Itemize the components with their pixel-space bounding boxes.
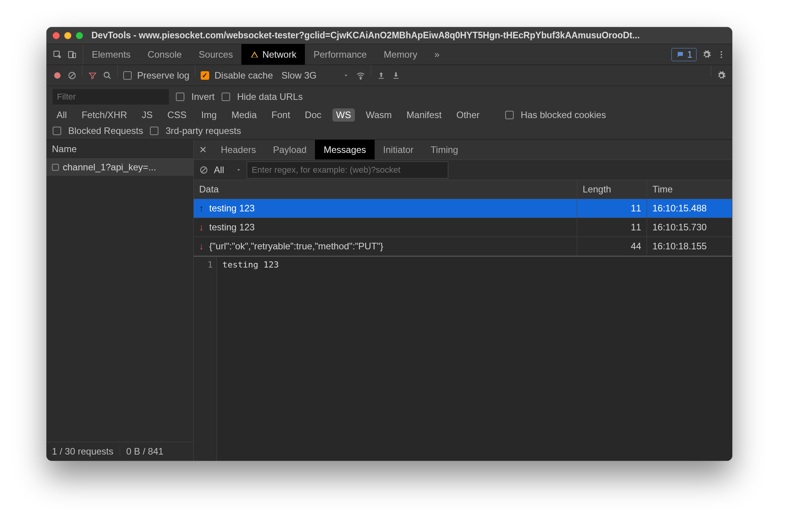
subtab-payload[interactable]: Payload bbox=[265, 140, 315, 160]
search-icon[interactable] bbox=[103, 71, 112, 80]
svg-point-11 bbox=[360, 78, 361, 79]
request-list-footer: 1 / 30 requests 0 B / 841 bbox=[46, 442, 193, 461]
close-window-button[interactable] bbox=[53, 32, 60, 39]
col-data[interactable]: Data bbox=[194, 180, 577, 199]
network-toolbar: Preserve log Disable cache Slow 3G bbox=[46, 65, 732, 86]
more-tabs-button[interactable]: » bbox=[426, 44, 448, 65]
chevron-right-double-icon: » bbox=[434, 49, 439, 60]
close-detail-button[interactable]: ✕ bbox=[194, 140, 212, 160]
disable-cache-label: Disable cache bbox=[215, 70, 273, 81]
subtab-headers[interactable]: Headers bbox=[212, 140, 265, 160]
gear-icon[interactable] bbox=[702, 50, 711, 59]
tab-network[interactable]: Network bbox=[241, 44, 305, 65]
messages-toolbar: All bbox=[194, 160, 732, 180]
minimize-window-button[interactable] bbox=[64, 32, 71, 39]
blocked-requests-checkbox[interactable] bbox=[53, 127, 61, 135]
inspect-element-icon[interactable] bbox=[53, 50, 62, 59]
footer-requests: 1 / 30 requests bbox=[52, 446, 114, 457]
footer-transfer: 0 B / 841 bbox=[126, 446, 163, 457]
line-number: 1 bbox=[194, 257, 217, 461]
main-tabbar: Elements Console Sources Network Perform… bbox=[46, 44, 732, 65]
window-title: DevTools - www.piesocket.com/websocket-t… bbox=[91, 30, 726, 41]
disable-cache-checkbox[interactable] bbox=[201, 71, 209, 80]
svg-point-6 bbox=[721, 54, 722, 55]
throttling-select[interactable]: Slow 3G bbox=[281, 70, 317, 81]
tab-performance[interactable]: Performance bbox=[305, 44, 375, 65]
filter-toggle-icon[interactable] bbox=[88, 71, 97, 80]
device-toolbar-icon[interactable] bbox=[67, 50, 77, 59]
download-har-icon[interactable] bbox=[391, 71, 401, 80]
request-list-header: Name bbox=[46, 140, 193, 159]
request-list: Name channel_1?api_key=... 1 / 30 reques… bbox=[46, 140, 194, 461]
type-wasm[interactable]: Wasm bbox=[362, 108, 396, 122]
detail-panel: ✕ Headers Payload Messages Initiator Tim… bbox=[194, 140, 732, 461]
tab-sources[interactable]: Sources bbox=[190, 44, 241, 65]
devtools-window: DevTools - www.piesocket.com/websocket-t… bbox=[46, 27, 732, 461]
request-row[interactable]: channel_1?api_key=... bbox=[46, 159, 193, 176]
type-media[interactable]: Media bbox=[227, 108, 260, 122]
upload-har-icon[interactable] bbox=[377, 71, 386, 80]
filter-bar: Invert Hide data URLs All Fetch/XHR JS C… bbox=[46, 86, 732, 140]
type-css[interactable]: CSS bbox=[163, 108, 190, 122]
type-ws[interactable]: WS bbox=[332, 108, 355, 122]
type-doc[interactable]: Doc bbox=[301, 108, 325, 122]
titlebar: DevTools - www.piesocket.com/websocket-t… bbox=[46, 27, 732, 44]
kebab-menu-icon[interactable] bbox=[717, 50, 726, 59]
messages-filter-dropdown[interactable]: All bbox=[213, 163, 242, 177]
has-blocked-cookies-checkbox[interactable] bbox=[505, 111, 514, 119]
clear-messages-button[interactable] bbox=[199, 165, 208, 175]
hide-data-urls-label: Hide data URLs bbox=[237, 91, 303, 102]
request-row-checkbox[interactable] bbox=[52, 164, 59, 171]
issues-badge[interactable]: 1 bbox=[671, 48, 697, 61]
svg-point-10 bbox=[104, 72, 109, 77]
invert-checkbox[interactable] bbox=[176, 93, 184, 101]
tab-memory[interactable]: Memory bbox=[375, 44, 426, 65]
record-button[interactable] bbox=[53, 71, 62, 80]
col-time[interactable]: Time bbox=[647, 180, 732, 199]
preserve-log-checkbox[interactable] bbox=[123, 71, 132, 80]
tab-console[interactable]: Console bbox=[139, 44, 190, 65]
warning-icon bbox=[250, 50, 259, 59]
arrow-up-icon: ↑ bbox=[199, 203, 206, 214]
clear-button[interactable] bbox=[67, 71, 77, 80]
type-manifest[interactable]: Manifest bbox=[403, 108, 446, 122]
gear-icon[interactable] bbox=[717, 71, 726, 80]
svg-point-7 bbox=[721, 57, 722, 58]
messages-regex-input[interactable] bbox=[247, 161, 448, 178]
svg-rect-4 bbox=[254, 56, 255, 57]
type-js[interactable]: JS bbox=[138, 108, 157, 122]
chevron-down-icon[interactable] bbox=[341, 71, 351, 80]
type-img[interactable]: Img bbox=[197, 108, 220, 122]
chat-icon bbox=[676, 50, 685, 59]
content-area: Name channel_1?api_key=... 1 / 30 reques… bbox=[46, 140, 732, 461]
message-row[interactable]: ↓testing 123 11 16:10:15.730 bbox=[194, 218, 732, 237]
filter-input[interactable] bbox=[53, 89, 169, 105]
subtab-messages[interactable]: Messages bbox=[315, 140, 374, 160]
zoom-window-button[interactable] bbox=[76, 32, 83, 39]
third-party-label: 3rd-party requests bbox=[165, 125, 241, 136]
hide-data-urls-checkbox[interactable] bbox=[222, 93, 230, 101]
detail-tabs: ✕ Headers Payload Messages Initiator Tim… bbox=[194, 140, 732, 160]
chevron-down-icon bbox=[236, 167, 241, 173]
request-name: channel_1?api_key=... bbox=[63, 162, 156, 173]
wifi-icon[interactable] bbox=[356, 71, 365, 80]
col-length[interactable]: Length bbox=[577, 180, 647, 199]
subtab-timing[interactable]: Timing bbox=[422, 140, 467, 160]
blocked-requests-label: Blocked Requests bbox=[68, 125, 143, 136]
third-party-checkbox[interactable] bbox=[150, 127, 158, 135]
messages-table: Data Length Time ↑testing 123 11 16:10:1… bbox=[194, 180, 732, 256]
type-fetch-xhr[interactable]: Fetch/XHR bbox=[78, 108, 131, 122]
arrow-down-icon: ↓ bbox=[199, 222, 206, 233]
type-all[interactable]: All bbox=[53, 108, 71, 122]
message-row[interactable]: ↓{"url":"ok","retryable":true,"method":"… bbox=[194, 237, 732, 256]
type-other[interactable]: Other bbox=[452, 108, 483, 122]
message-content[interactable]: testing 123 bbox=[217, 257, 284, 461]
traffic-lights bbox=[53, 32, 83, 39]
preserve-log-label: Preserve log bbox=[137, 70, 189, 81]
message-detail-panel: 1 testing 123 bbox=[194, 256, 732, 461]
tab-elements[interactable]: Elements bbox=[83, 44, 139, 65]
message-row[interactable]: ↑testing 123 11 16:10:15.488 bbox=[194, 199, 732, 218]
subtab-initiator[interactable]: Initiator bbox=[375, 140, 422, 160]
type-font[interactable]: Font bbox=[268, 108, 294, 122]
svg-rect-3 bbox=[254, 54, 255, 55]
